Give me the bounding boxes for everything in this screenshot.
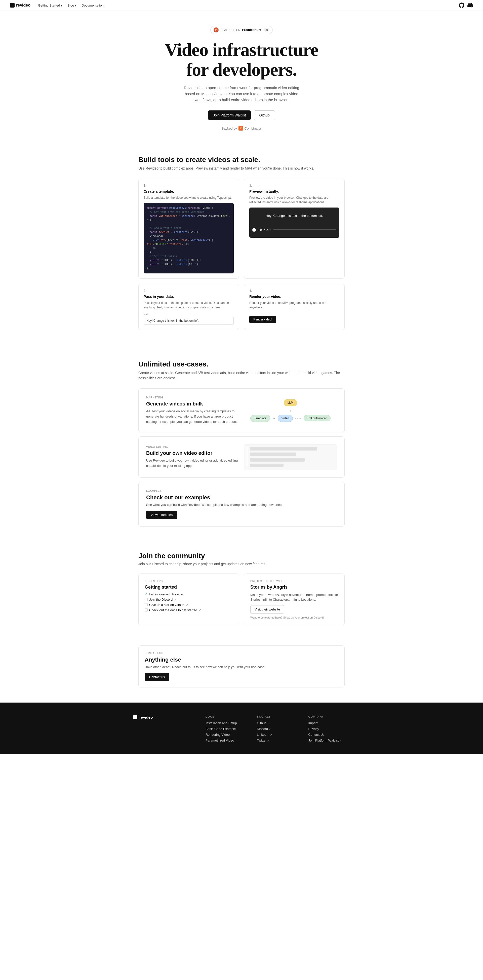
play-button[interactable] — [252, 228, 256, 232]
video-preview: Hey! Change this text in the bottom left… — [249, 207, 340, 238]
editor-track-4 — [250, 464, 284, 467]
step-1-desc: Build a template for the video you want … — [143, 196, 234, 200]
editor-track-3 — [250, 458, 304, 461]
use-cases-title: Unlimited use-cases. — [139, 360, 344, 368]
footer-logo: revideo — [133, 715, 196, 719]
video-time: 0:00 / 0:01 — [258, 228, 271, 231]
footer-company-privacy[interactable]: Privacy — [308, 727, 350, 731]
footer-company-contact[interactable]: Contact Us — [308, 733, 350, 737]
contact-tag: CONTACT US — [145, 652, 338, 654]
nav-icons — [459, 3, 473, 8]
project-tag: PROJECT OF THE WEEK — [250, 580, 338, 582]
steps-grid: 1. Create a template. Build a template f… — [139, 178, 344, 330]
logo-icon — [10, 3, 14, 8]
progress-bar[interactable] — [273, 229, 336, 230]
flow-node-template: Template — [250, 415, 270, 422]
backed-by: Backed by Y Combinator — [146, 126, 337, 130]
step-2-card: 2. Pass in your data. Pass in your data … — [139, 284, 239, 330]
how-it-works-title: Build tools to create videos at scale. — [139, 156, 344, 164]
examples-tag: EXAMPLES — [146, 490, 337, 492]
footer-socials-col: SOCIALS Github Discord LinkedIn Twitter — [257, 715, 298, 744]
getting-started-title: Getting started — [145, 585, 233, 590]
external-link-icon-2: ↗ — [174, 598, 176, 601]
step-2-desc: Pass in your data to the template to cre… — [143, 301, 234, 310]
footer-doc-link-3[interactable]: Rendering Video — [206, 733, 247, 737]
footer-doc-link-4[interactable]: Parametrized Video — [206, 738, 247, 742]
contact-section: CONTACT US Anything else Have other idea… — [133, 640, 350, 703]
usecase-marketing-content: MARKETING Generate videos in bulk A/B te… — [146, 396, 239, 424]
footer-social-twitter[interactable]: Twitter — [257, 738, 298, 742]
flow-node-video: Video — [278, 415, 293, 422]
footer-logo-icon — [133, 715, 137, 719]
footer-social-discord[interactable]: Discord — [257, 727, 298, 731]
github-icon[interactable] — [459, 3, 464, 8]
hero-section: P FEATURED ON Product Hunt 20 Video infr… — [141, 11, 342, 141]
getting-started-card: NEXT STEPS Getting started ✓ Fall in lov… — [139, 574, 239, 625]
nav-getting-started[interactable]: Getting Started ▾ — [38, 3, 62, 7]
how-it-works-section: Build tools to create videos at scale. U… — [133, 141, 350, 345]
use-cases-section: Unlimited use-cases. Create videos at sc… — [133, 345, 350, 542]
view-examples-button[interactable]: View examples — [146, 511, 177, 519]
project-of-week-card: PROJECT OF THE WEEK Stories by Angris Ma… — [244, 574, 344, 625]
footer-social-linkedin[interactable]: LinkedIn — [257, 733, 298, 737]
examples-card: EXAMPLES Check out our examples See what… — [139, 482, 344, 527]
footer-inner: revideo DOCS Installation and Setup Basi… — [133, 715, 350, 744]
usecase-marketing-desc: A/B test your videos on social media by … — [146, 409, 239, 424]
check-empty-icon-2 — [145, 598, 148, 601]
github-button[interactable]: Github — [254, 110, 275, 120]
community-section: Join the community Join our Discord to g… — [133, 542, 350, 640]
render-video-button[interactable]: Render video! — [249, 316, 276, 323]
text-input-field[interactable] — [143, 317, 234, 325]
contact-title: Anything else — [145, 657, 338, 663]
footer-social-github[interactable]: Github — [257, 721, 298, 725]
input-demo: text: — [143, 313, 234, 325]
editor-track-1 — [250, 447, 317, 450]
step-3-title: Preview instantly. — [249, 189, 340, 193]
ph-logo-icon: P — [214, 27, 218, 32]
checklist-item-1: ✓ Fall in love with Revideo — [145, 592, 233, 596]
step-1-card: 1. Create a template. Build a template f… — [139, 178, 239, 279]
project-title: Stories by Angris — [250, 585, 338, 590]
video-controls: 0:00 / 0:01 — [252, 228, 336, 232]
nav-blog[interactable]: Blog ▾ — [67, 3, 77, 7]
step-3-num: 3. — [249, 184, 340, 188]
step-2-title: Pass in your data. — [143, 294, 234, 299]
ph-featured-text: FEATURED ON — [221, 29, 240, 32]
step-3-desc: Preview the video in your browser. Chang… — [249, 196, 340, 205]
footer-company-imprint[interactable]: Imprint — [308, 721, 350, 725]
checklist-item-3[interactable]: Give us a star on Github ↗ — [145, 603, 233, 607]
step-2-num: 2. — [143, 289, 234, 293]
nav-links: Getting Started ▾ Blog ▾ Documentation — [38, 3, 459, 7]
join-waitlist-button[interactable]: Join Platform Waitlist — [208, 110, 251, 120]
discord-icon[interactable] — [467, 3, 473, 8]
footer-docs-title: DOCS — [206, 715, 247, 718]
flow-node-llm: LLM — [284, 399, 297, 406]
step-4-title: Render your video. — [249, 294, 340, 299]
community-desc: Join our Discord to get help, share your… — [139, 562, 344, 566]
external-link-icon-4: ↗ — [199, 608, 201, 612]
ph-upvote-count: 20 — [263, 28, 269, 32]
contact-button[interactable]: Contact us — [145, 673, 169, 681]
nav-documentation[interactable]: Documentation — [81, 3, 104, 7]
checklist-item-4[interactable]: Check out the docs to get started ↗ — [145, 608, 233, 612]
footer-company-waitlist[interactable]: Join Platform Waitlist — [308, 738, 350, 742]
project-desc: Make your own RPG style adventures from … — [250, 592, 338, 602]
flow-diagram-container: LLM ↓ Template → Video - - → Test perfor… — [244, 399, 337, 422]
step-4-card: 4. Render your video. Render your video … — [244, 284, 344, 330]
step-1-num: 1. — [143, 184, 234, 188]
input-label: text: — [143, 313, 234, 316]
checklist-item-2[interactable]: Join the Discord ↗ — [145, 598, 233, 601]
use-cases-desc: Create videos at scale. Generate and A/B… — [139, 370, 344, 381]
footer-doc-link-2[interactable]: Basic Code Example — [206, 727, 247, 731]
examples-title: Check out our examples — [146, 494, 337, 501]
examples-desc: See what you can build with Revideo. We … — [146, 503, 337, 507]
hero-buttons: Join Platform Waitlist Github — [146, 110, 337, 120]
footer-brand: revideo — [133, 715, 196, 744]
community-title: Join the community — [139, 552, 344, 560]
logo[interactable]: revideo — [10, 3, 30, 8]
hero-subtitle: Revideo is an open-source framework for … — [179, 85, 304, 103]
product-hunt-badge[interactable]: P FEATURED ON Product Hunt 20 — [210, 26, 273, 34]
visit-website-button[interactable]: Visit their website — [250, 605, 284, 614]
footer-doc-link-1[interactable]: Installation and Setup — [206, 721, 247, 725]
hero-title: Video infrastructure for developers. — [146, 40, 337, 80]
